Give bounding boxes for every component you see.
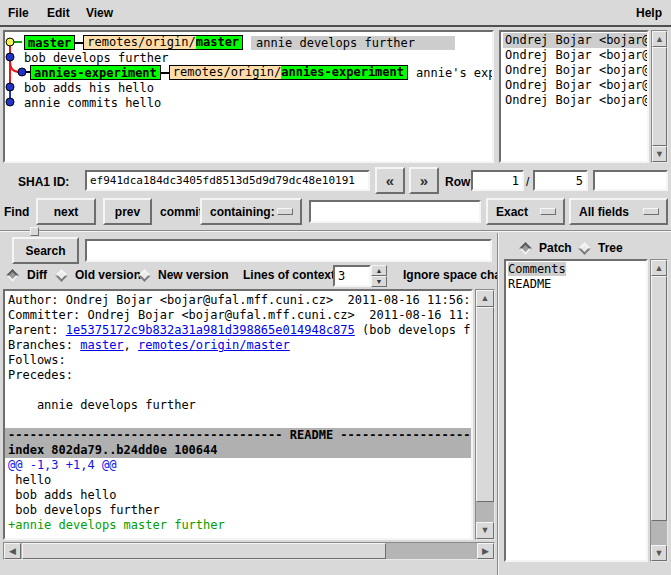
author-cell-selected[interactable]: Ondrej Bojar <bojar@ufal.mff.cuni.cz> [503,33,647,48]
commit-message: annie develops further [8,398,471,413]
context-line: bob develops further [8,503,471,518]
search-button-label: Search [25,244,65,258]
scroll-right-icon[interactable]: ▶ [477,543,494,559]
file-separator[interactable]: -------------------------------------- R… [5,428,471,443]
scroll-thumb[interactable] [476,307,494,502]
author-cell[interactable]: Ondrej Bojar <bojar@ufal.mff.cuni.cz> [503,48,647,63]
blank-line [8,413,471,428]
menu-edit[interactable]: Edit [47,6,70,20]
context-line: bob adds hello [8,488,471,503]
author-cell[interactable]: Ondrej Bojar <bojar@ufal.mff.cuni.cz> [503,78,647,93]
menu-file[interactable]: File [8,6,29,20]
branch-master-link[interactable]: master [80,338,123,352]
new-version-label[interactable]: New version [158,268,229,282]
sha1-input[interactable] [85,170,370,191]
details-hscrollbar[interactable]: ◀ ▶ [3,542,495,560]
find-next-button[interactable]: next [36,198,96,225]
file-list-item[interactable]: Comments [506,262,646,277]
scroll-left-icon[interactable]: ◀ [4,543,21,559]
sha1-label: SHA1 ID: [18,175,69,189]
diff-radio-label[interactable]: Diff [27,268,47,282]
row-extra-field[interactable] [593,170,668,191]
row-current-field[interactable] [471,170,524,191]
blank-line [8,383,471,398]
menu-view[interactable]: View [86,6,113,20]
details-scrollbar[interactable]: ▲ ▼ [475,289,495,540]
branch-separator: , [124,338,138,352]
search-button[interactable]: Search [12,237,79,264]
find-next-label: next [54,205,79,219]
row-total-field[interactable] [533,170,588,191]
find-query-input[interactable] [309,200,481,223]
parent-sha-link[interactable]: 1e5375172c9b832a31a981d398865e014948c875 [66,323,355,337]
file-list-item[interactable]: README [506,277,646,292]
scroll-thumb[interactable] [651,276,667,521]
commit-subject: annie's experiment [416,66,494,80]
remote-tag-prefix: remotes/origin/ [84,36,195,49]
scroll-thumb[interactable] [652,47,667,146]
commit-node [6,53,14,61]
hunk-header: @@ -1,3 +1,4 @@ [8,458,471,473]
diff-radio[interactable] [6,269,19,282]
branch-tag-master[interactable]: master [24,35,75,50]
patch-radio[interactable] [519,242,532,255]
parent-line: Parent: 1e5375172c9b832a31a981d398865e01… [8,323,471,338]
search-input[interactable] [85,239,492,262]
branches-label: Branches: [8,338,80,352]
commit-row[interactable]: annies-experiment remotes/origin/annies-… [30,65,494,80]
file-list-pane[interactable]: Comments README [504,259,648,562]
containing-dropdown[interactable]: containing: [200,198,302,225]
context-lines-label: Lines of context: [243,268,339,282]
file-list-scrollbar[interactable]: ▲ ▼ [650,259,668,562]
commit-row[interactable]: master remotes/origin/master annie devel… [24,35,455,50]
branch-tag-annies-experiment[interactable]: annies-experiment [30,65,161,80]
dropdown-indicator-icon [540,208,556,215]
author-cell[interactable]: Ondrej Bojar <bojar@ufal.mff.cuni.cz> [503,63,647,78]
menu-help[interactable]: Help [636,6,662,20]
back-arrow-button[interactable]: « [375,167,405,194]
author-cell[interactable]: Ondrej Bojar <bojar@ufal.mff.cuni.cz> [503,93,647,108]
context-lines-spinner[interactable] [333,265,371,287]
committer-line: Committer: Ondrej Bojar <bojar@ufal.mff.… [8,308,471,323]
dropdown-indicator-icon [277,208,293,215]
match-mode-dropdown[interactable]: Exact [486,198,565,225]
scroll-down-icon[interactable]: ▼ [652,146,667,162]
pane-sash-handle[interactable] [30,227,39,236]
commit-graph-pane[interactable]: master remotes/origin/master annie devel… [3,30,494,163]
scroll-up-icon[interactable]: ▲ [652,31,667,47]
find-prev-button[interactable]: prev [103,198,152,225]
old-version-radio[interactable] [55,269,68,282]
commit-node [18,68,26,76]
scroll-thumb[interactable] [22,543,386,559]
tag-connector [75,42,83,44]
fields-dropdown[interactable]: All fields [569,198,668,225]
scroll-up-icon[interactable]: ▲ [651,260,667,276]
scroll-up-icon[interactable]: ▲ [476,290,494,307]
old-version-label[interactable]: Old version [75,268,141,282]
forward-arrow-button[interactable]: » [409,167,439,194]
commit-row[interactable]: annie commits hello [24,95,161,110]
commit-list-scrollbar[interactable]: ▲ ▼ [651,30,668,163]
follows-line: Follows: [8,353,471,368]
commit-details-pane[interactable]: Author: Ondrej Bojar <bojar@ufal.mff.cun… [3,289,473,540]
added-line: +annie develops master further [8,518,471,533]
author-pane[interactable]: Ondrej Bojar <bojar@ufal.mff.cuni.cz> On… [499,30,649,163]
patch-radio-label[interactable]: Patch [539,241,572,255]
tree-radio[interactable] [578,242,591,255]
commit-row[interactable]: bob adds his hello [24,80,154,95]
scroll-down-icon[interactable]: ▼ [476,522,494,539]
ignore-space-checkbox[interactable]: Ignore space change [403,268,497,284]
vertical-pane-divider[interactable] [497,233,499,575]
file-name-selected: Comments [508,262,566,276]
commit-row[interactable]: bob develops further [24,50,169,65]
remote-tag-master[interactable]: remotes/origin/master [83,35,243,50]
scroll-down-icon[interactable]: ▼ [651,545,667,561]
spinner-up-icon[interactable]: ▲ [371,265,387,276]
commit-subject: annie commits hello [24,96,161,110]
tree-radio-label[interactable]: Tree [598,241,623,255]
remote-tag-annies-experiment[interactable]: remotes/origin/annies-experiment [169,65,408,80]
branch-remote-link[interactable]: remotes/origin/master [138,338,290,352]
pane-sash[interactable] [0,230,671,232]
spinner-down-icon[interactable]: ▼ [371,276,387,287]
parent-label: Parent: [8,323,66,337]
